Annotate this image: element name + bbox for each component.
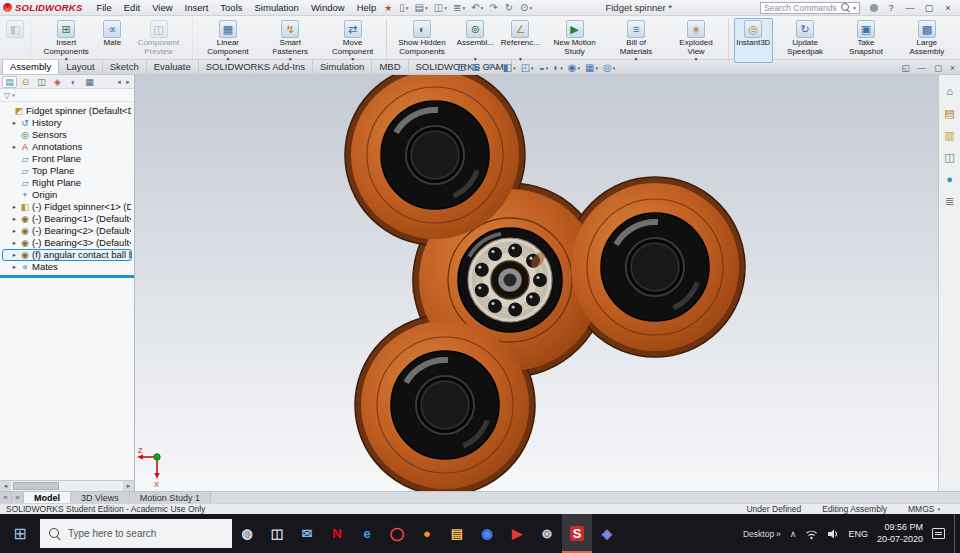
expander-icon[interactable]: ▸ (11, 225, 18, 237)
solidworks-icon[interactable]: S (562, 514, 592, 553)
menu-help[interactable]: Help (351, 1, 383, 14)
tree-item-origin[interactable]: + Origin (2, 189, 132, 201)
tree-item-right-plane[interactable]: ▱ Right Plane (2, 177, 132, 189)
tree-horizontal-scrollbar[interactable]: ◂ ▸ (0, 480, 134, 491)
help-button[interactable]: ? (885, 3, 897, 13)
hide-show-items-button[interactable]: ◐▾ (551, 63, 565, 73)
menu-window[interactable]: Window (305, 1, 351, 14)
restore-document-button[interactable]: ▢ (934, 63, 942, 73)
displaymanager-tab[interactable]: ◐ (66, 76, 81, 88)
constraint-status[interactable]: Under Defined (746, 504, 804, 514)
scroll-right-arrow[interactable]: ▸ (123, 481, 134, 491)
move-component-button[interactable]: ⇄ Move Component ▼ (322, 18, 386, 63)
network-icon[interactable] (805, 528, 818, 540)
taskpane-view-palette-icon[interactable]: ◫ (942, 150, 958, 165)
pin-commandmanager-button[interactable]: ◱ (901, 63, 909, 73)
expander-icon[interactable]: ▸ (11, 141, 18, 153)
mate-button[interactable]: ∝ Mate (98, 18, 126, 63)
viewport-canvas[interactable]: Z X (135, 75, 938, 491)
minimize-button[interactable]: — (904, 3, 916, 13)
menu-tools[interactable]: Tools (214, 1, 248, 14)
reference-geometry-button[interactable]: ∠ Referenc... ▼ (498, 18, 542, 63)
hidden-icons-chevron[interactable]: ∧ (790, 529, 797, 539)
apply-scene-button[interactable]: ▦▾ (583, 63, 600, 73)
taskpane-appearances-icon[interactable]: ● (942, 172, 958, 187)
graphics-viewport[interactable]: Z X (135, 75, 938, 491)
tree-item-bearing-1[interactable]: ▸ ◉ (-) Bearing<1> (Default<<D... (2, 213, 132, 225)
minimize-document-button[interactable]: — (918, 63, 927, 73)
show-hidden-components-button[interactable]: ◐ Show Hidden Components (392, 18, 452, 63)
tree-item-sensors[interactable]: ◎ Sensors (2, 129, 132, 141)
tree-item-bearing-2[interactable]: ▸ ◉ (-) Bearing<2> (Default<<D... (2, 225, 132, 237)
taskpane-design-library-icon[interactable]: ▤ (942, 106, 958, 121)
menu-simulation[interactable]: Simulation (249, 1, 305, 14)
scroll-track[interactable] (11, 481, 123, 491)
units-status[interactable]: MMGS▾ (908, 504, 940, 514)
settings-icon[interactable]: ⊛ (532, 514, 562, 553)
taskpane-home-icon[interactable]: ⌂ (942, 84, 958, 99)
show-desktop-button[interactable] (954, 514, 958, 553)
expander-icon[interactable]: ▸ (11, 117, 18, 129)
open-button[interactable]: ▤▾ (414, 2, 429, 13)
file-explorer-icon[interactable]: ▤ (442, 514, 472, 553)
task-view-icon[interactable]: ◫ (262, 514, 292, 553)
zoom-fit-button[interactable]: ⊡ (455, 63, 468, 73)
tabs-scroll-left[interactable]: « (0, 492, 12, 503)
filter-caret-icon[interactable]: ▾ (12, 92, 15, 98)
expander-icon[interactable]: ▸ (11, 201, 18, 213)
save-button[interactable]: ◫▾ (433, 2, 448, 13)
cam-tab[interactable]: ▦ (82, 76, 97, 88)
redo-button[interactable]: ↷ (488, 2, 499, 13)
tree-item-top-plane[interactable]: ▱ Top Plane (2, 165, 132, 177)
opera-icon[interactable]: ◯ (382, 514, 412, 553)
taskbar-search[interactable] (40, 519, 232, 548)
edit-component-button[interactable]: ◧ (3, 18, 31, 63)
chrome-icon[interactable]: ◉ (472, 514, 502, 553)
undo-button[interactable]: ↶▾ (470, 2, 484, 13)
new-motion-study-button[interactable]: ▶ New Motion Study (544, 18, 604, 63)
smart-fasteners-button[interactable]: ↯ Smart Fasteners ▼ (260, 18, 320, 63)
volume-icon[interactable] (827, 528, 839, 540)
configurationmanager-tab[interactable]: ◫ (34, 76, 49, 88)
menu-edit[interactable]: Edit (118, 1, 146, 14)
scroll-thumb[interactable] (13, 482, 59, 490)
mode-status[interactable]: Editing Assembly (822, 504, 890, 514)
tabs-scroll-right[interactable]: » (12, 492, 24, 503)
command-search[interactable]: ▾ (760, 2, 860, 14)
user-account-icon[interactable] (870, 4, 878, 12)
expander-icon[interactable]: ▸ (11, 261, 18, 273)
panel-tabs-scroll-left[interactable]: ◂ (115, 78, 123, 86)
search-caret-icon[interactable]: ▾ (853, 5, 856, 11)
zoom-area-button[interactable]: ⊞ (469, 63, 482, 73)
taskpane-custom-properties-icon[interactable]: ≣ (942, 194, 958, 209)
expander-icon[interactable]: ▸ (11, 237, 18, 249)
close-button[interactable]: × (942, 3, 954, 13)
tab-motion-study-1[interactable]: Motion Study 1 (130, 492, 211, 503)
expander-icon[interactable]: ▸ (11, 213, 18, 225)
scroll-left-arrow[interactable]: ◂ (0, 481, 11, 491)
edit-appearance-button[interactable]: ◉▾ (566, 63, 582, 73)
expander-icon[interactable]: ▸ (11, 249, 18, 261)
bill-of-materials-button[interactable]: ≡ Bill of Materials ▼ (607, 18, 666, 63)
tab-3d-views[interactable]: 3D Views (71, 492, 130, 503)
tree-item-annotations[interactable]: ▸ A Annotations (2, 141, 132, 153)
component-preview-window-button[interactable]: ◫ Component Preview Window (128, 18, 192, 63)
filter-icon[interactable]: ▽ (4, 91, 10, 100)
tree-item-root[interactable]: ◩ Fidget spinner (Default<Displa... (2, 105, 132, 117)
netflix-icon[interactable]: N (322, 514, 352, 553)
rebuild-button[interactable]: ↻ (504, 2, 515, 13)
exploded-view-button[interactable]: ∗ Exploded View ▼ (667, 18, 728, 63)
start-button[interactable]: ⊞ (0, 514, 40, 553)
propertymanager-tab[interactable]: ⊙ (18, 76, 33, 88)
language-indicator[interactable]: ENG (848, 529, 868, 539)
clock[interactable]: 09:56 PM 20-07-2020 (877, 522, 923, 545)
dimxpertmanager-tab[interactable]: ◈ (50, 76, 65, 88)
tree-item-fidget-spinner-1[interactable]: ▸ ◧ (-) Fidget spinner<1> (Defau... (2, 201, 132, 213)
take-snapshot-button[interactable]: ▣ Take Snapshot (837, 18, 894, 63)
update-speedpak-button[interactable]: ↻ Update Speedpak (775, 18, 835, 63)
edge-icon[interactable]: e (352, 514, 382, 553)
restore-button[interactable]: ▢ (923, 3, 935, 13)
section-view-button[interactable]: ◧▾ (501, 63, 518, 73)
mail-icon[interactable]: ✉ (292, 514, 322, 553)
menu-insert[interactable]: Insert (179, 1, 215, 14)
